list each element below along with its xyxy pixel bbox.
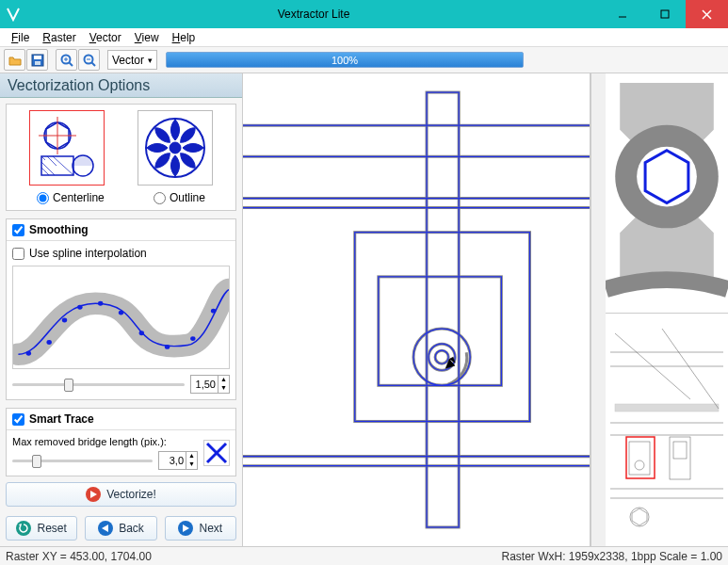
smoothing-checkbox[interactable] [12, 224, 24, 236]
bridge-label: Max removed bridge length (pix.): [12, 436, 198, 447]
svg-rect-80 [626, 437, 655, 478]
window-title: Vextractor Lite [26, 8, 601, 21]
spin-up-icon[interactable]: ▲ [186, 452, 197, 460]
progress-bar: 100% [166, 52, 524, 68]
menu-view[interactable]: View [129, 30, 165, 45]
smoothing-slider[interactable] [12, 376, 185, 393]
svg-point-20 [170, 142, 181, 153]
menubar: File Raster Vector View Help [0, 28, 728, 47]
svg-point-31 [211, 309, 216, 314]
save-button[interactable] [26, 49, 48, 71]
svg-marker-36 [102, 525, 108, 532]
mode-box: Centerline Outline [6, 104, 236, 211]
svg-point-26 [98, 301, 103, 306]
mode-select[interactable]: Vector ▾ [107, 50, 157, 70]
open-button[interactable] [4, 49, 25, 71]
status-left: Raster XY = 453.00, 1704.00 [6, 550, 152, 563]
status-bar: Raster XY = 453.00, 1704.00 Raster WxH: … [0, 546, 728, 565]
spin-down-icon[interactable]: ▼ [218, 384, 229, 393]
zoom-out-button[interactable] [78, 49, 100, 71]
svg-point-78 [630, 508, 649, 526]
zoom-in-button[interactable] [56, 49, 77, 71]
outline-radio[interactable]: Outline [154, 191, 205, 204]
spin-down-icon[interactable]: ▼ [186, 460, 197, 469]
smart-trace-checkbox[interactable] [12, 413, 24, 426]
app-icon [0, 7, 26, 22]
svg-rect-1 [661, 10, 669, 18]
centerline-radio[interactable]: Centerline [37, 191, 105, 204]
smoothing-spinner[interactable]: ▲▼ [190, 375, 230, 394]
back-button[interactable]: Back [85, 516, 156, 541]
svg-rect-69 [615, 404, 719, 412]
smart-trace-title: Smart Trace [29, 412, 94, 426]
vectorize-button[interactable]: Vectorize! [6, 482, 236, 507]
menu-help[interactable]: Help [167, 30, 202, 45]
svg-point-30 [190, 336, 195, 341]
svg-rect-74 [670, 437, 690, 479]
toolbar: Vector ▾ 100% [0, 47, 728, 73]
bridge-value[interactable] [159, 455, 186, 466]
spline-checkbox[interactable]: Use spline interpolation [12, 247, 230, 260]
main-canvas[interactable] [243, 73, 590, 546]
svg-marker-37 [183, 525, 189, 532]
svg-point-27 [119, 311, 123, 315]
next-button[interactable]: Next [165, 516, 236, 541]
svg-point-59 [413, 329, 470, 385]
smoothing-value[interactable] [191, 379, 218, 390]
smoothing-preview [12, 266, 230, 369]
smart-trace-group: Smart Trace Max removed bridge length (p… [6, 408, 236, 476]
svg-rect-5 [34, 56, 41, 59]
svg-point-73 [635, 460, 644, 470]
menu-file[interactable]: File [6, 30, 35, 45]
svg-point-29 [165, 345, 170, 349]
svg-rect-45 [355, 233, 530, 422]
menu-raster[interactable]: Raster [37, 30, 81, 45]
outline-thumb[interactable] [138, 110, 213, 186]
play-icon [86, 487, 101, 502]
chevron-down-icon: ▾ [148, 56, 153, 65]
arrow-left-icon [98, 521, 113, 536]
titlebar: Vextractor Lite [0, 0, 728, 28]
canvas-scrollbar-vertical[interactable] [590, 73, 606, 546]
svg-point-24 [62, 317, 67, 322]
reset-button[interactable]: Reset [6, 516, 77, 541]
svg-point-61 [435, 350, 448, 363]
spin-up-icon[interactable]: ▲ [218, 376, 229, 384]
status-right: Raster WxH: 1959x2338, 1bpp Scale = 1.00 [502, 550, 722, 563]
svg-line-8 [69, 62, 73, 66]
smoothing-title: Smoothing [29, 223, 89, 236]
centerline-thumb[interactable] [29, 110, 105, 186]
navigator-preview[interactable] [606, 314, 728, 546]
svg-rect-57 [355, 233, 530, 422]
arrow-right-icon [178, 521, 193, 536]
svg-point-23 [46, 340, 51, 345]
bridge-spinner[interactable]: ▲▼ [158, 451, 198, 470]
svg-point-25 [77, 305, 82, 310]
bridge-slider[interactable] [12, 452, 153, 469]
svg-rect-6 [35, 61, 40, 65]
wizard-buttons: Vectorize! Reset Back [0, 476, 242, 546]
close-button[interactable] [686, 0, 728, 28]
svg-line-68 [662, 329, 719, 409]
zoom-preview[interactable] [606, 73, 728, 314]
options-panel: Vectorization Options [0, 73, 243, 546]
maximize-button[interactable] [643, 0, 686, 28]
minimize-button[interactable] [601, 0, 643, 28]
progress-pct: 100% [332, 55, 358, 66]
svg-point-28 [139, 331, 144, 335]
svg-line-12 [91, 62, 95, 66]
mode-select-value: Vector [112, 54, 144, 67]
reset-icon [16, 521, 31, 536]
bridge-preview-icon [203, 440, 230, 466]
svg-marker-34 [90, 491, 97, 498]
svg-point-22 [26, 351, 31, 356]
svg-rect-75 [673, 442, 687, 459]
panel-title: Vectorization Options [0, 73, 242, 98]
menu-vector[interactable]: Vector [84, 30, 127, 45]
svg-marker-79 [632, 508, 647, 525]
smoothing-group: Smoothing Use spline interpolation [6, 218, 236, 400]
